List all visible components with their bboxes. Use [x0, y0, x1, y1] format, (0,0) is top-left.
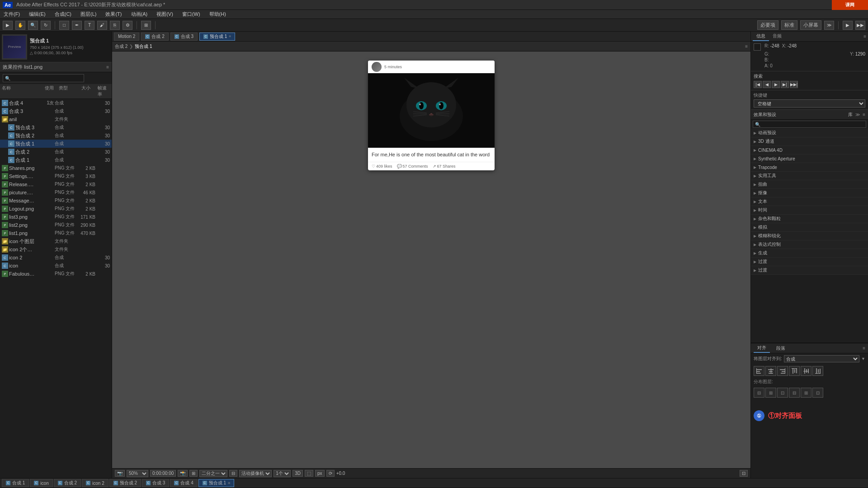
effects-cat-header-1[interactable]: ▶3D 通道	[751, 137, 868, 145]
shortcut-select[interactable]: 空格键	[754, 99, 865, 108]
align-panel-menu[interactable]: ≡	[863, 346, 865, 351]
viewer-3d-btn[interactable]: 3D	[292, 470, 303, 477]
breadcrumb-comp2[interactable]: 合成 2	[115, 43, 127, 50]
preview-play[interactable]: ▶▶	[855, 21, 865, 30]
tl-tab-precomp2[interactable]: C 预合成 2	[109, 479, 141, 487]
menu-edit[interactable]: 编辑(E)	[27, 11, 47, 18]
tool-zoom[interactable]: 🔍	[28, 21, 38, 30]
effects-library-btn[interactable]: 库	[848, 112, 853, 118]
viewer-region-btn[interactable]: ⊟	[229, 470, 237, 477]
effects-cat-header-5[interactable]: ▶实用工具	[751, 172, 868, 180]
project-item-22[interactable]: P Fabulous.png PNG 文件 2 KB	[0, 270, 112, 278]
tl-tab-comp3[interactable]: C 合成 3	[142, 479, 169, 487]
tab-info[interactable]: 信息	[753, 32, 769, 41]
viewer-timecode-btn[interactable]: 0:00:00:00	[150, 470, 176, 477]
tab-paragraph[interactable]: 段落	[773, 344, 789, 352]
project-item-14[interactable]: P Logout.png PNG 文件 2 KB	[0, 205, 112, 213]
align-vcenter-btn[interactable]	[801, 366, 811, 376]
effects-cat-header-13[interactable]: ▶表达式控制	[751, 240, 868, 249]
view-select[interactable]: 1个 2个	[274, 470, 291, 477]
dist-right-btn[interactable]: ⊡	[777, 388, 788, 398]
tab-audio[interactable]: 音频	[769, 32, 785, 41]
comp-tab-comp2[interactable]: C 合成 2	[141, 33, 168, 41]
effects-cat-header-12[interactable]: ▶模糊和锐化	[751, 232, 868, 240]
align-top-btn[interactable]	[789, 366, 800, 376]
preview-last[interactable]: ▶▶|	[790, 81, 798, 88]
tool-text[interactable]: T	[85, 21, 94, 30]
project-item-8[interactable]: C 合成 1 合成 30	[0, 156, 112, 164]
tool-snapping[interactable]: ⊞	[141, 21, 151, 30]
viewer-refresh-btn[interactable]: ⟳	[326, 470, 335, 477]
menu-help[interactable]: 帮助(H)	[208, 11, 228, 18]
tl-tab-comp1[interactable]: C 合成 1	[2, 479, 29, 487]
effects-cat-header-10[interactable]: ▶杂色和颗粒	[751, 215, 868, 223]
effects-cat-header-8[interactable]: ▶文本	[751, 197, 868, 206]
effects-menu-btn[interactable]: ≡	[863, 112, 865, 117]
effects-cat-header-11[interactable]: ▶模拟	[751, 223, 868, 231]
align-to-select[interactable]: 合成	[784, 355, 859, 362]
menu-window[interactable]: 窗口(W)	[180, 11, 202, 18]
tl-tab-comp2[interactable]: C 合成 2	[54, 479, 81, 487]
tool-rect[interactable]: □	[59, 21, 69, 30]
project-item-12[interactable]: P picuture.png PNG 文件 46 KB	[0, 188, 112, 197]
tool-clone[interactable]: ⎘	[110, 21, 120, 30]
menu-view[interactable]: 视图(V)	[155, 11, 175, 18]
effects-cat-header-6[interactable]: ▶扭曲	[751, 180, 868, 188]
menu-layer[interactable]: 图层(L)	[79, 11, 98, 18]
align-hcenter-btn[interactable]	[765, 366, 776, 376]
preview-first[interactable]: |◀	[754, 81, 762, 88]
tool-hand[interactable]: ✋	[15, 21, 25, 30]
menu-animation[interactable]: 动画(A)	[129, 11, 150, 18]
align-to-expand[interactable]: ▼	[861, 357, 865, 361]
tool-pen[interactable]: ✒	[72, 21, 82, 30]
project-item-20[interactable]: C icon 2 合成 30	[0, 253, 112, 262]
menu-composition[interactable]: 合成(C)	[53, 11, 73, 18]
tl-tab-icon2[interactable]: C icon 2	[82, 479, 108, 487]
project-item-6[interactable]: C 预合成 1 合成 30	[0, 140, 112, 148]
effects-cat-header-16[interactable]: ▶过渡	[751, 266, 868, 274]
align-right-btn[interactable]	[777, 366, 788, 376]
tool-select[interactable]: ▶	[3, 21, 13, 30]
align-bottom-btn[interactable]	[812, 366, 823, 376]
preview-play-btn[interactable]: ▶	[772, 81, 780, 88]
viewer-grid-btn[interactable]: ⊞	[189, 470, 198, 477]
tab-align[interactable]: 对齐	[754, 344, 770, 353]
dist-bottom-btn[interactable]: ⊡	[812, 388, 823, 398]
viewer-camera-icon[interactable]: 📸	[178, 470, 188, 477]
menu-file[interactable]: 文件(F)	[2, 11, 22, 18]
comp-tab-motion2[interactable]: Motion 2	[114, 33, 139, 41]
tool-brush[interactable]: 🖌	[97, 21, 107, 30]
viewer-transparency-btn[interactable]: ⬚	[305, 470, 313, 477]
project-item-3[interactable]: 📁 anil 文件夹	[0, 115, 112, 123]
breadcrumb-precomp1[interactable]: 预合成 1	[135, 43, 152, 50]
effects-cat-header-2[interactable]: ▶CINEMA 4D	[751, 146, 868, 154]
effects-cat-header-14[interactable]: ▶生成	[751, 249, 868, 257]
effects-cat-header-15[interactable]: ▶过渡	[751, 258, 868, 266]
effects-search-input[interactable]	[753, 121, 866, 128]
project-item-21[interactable]: C icon 合成 30	[0, 262, 112, 270]
panel-menu-icon[interactable]: ≡	[106, 65, 109, 70]
viewer-pixel-btn[interactable]: px	[315, 470, 325, 477]
project-item-9[interactable]: P Shares.png PNG 文件 2 KB	[0, 164, 112, 172]
tl-tab-precomp1-menu[interactable]: ≡	[228, 481, 230, 485]
project-item-7[interactable]: C 合成 2 合成 30	[0, 148, 112, 156]
project-item-10[interactable]: P Settings.png PNG 文件 3 KB	[0, 172, 112, 180]
dist-left-btn[interactable]: ⊟	[754, 388, 764, 398]
workspace-more[interactable]: ≫	[824, 21, 834, 30]
comp-tab-comp3[interactable]: C 合成 3	[170, 33, 198, 41]
project-item-1[interactable]: C 合成 4 1次 合成 30	[0, 99, 112, 107]
project-item-13[interactable]: P Messages.png PNG 文件 2 KB	[0, 197, 112, 205]
workspace-standard[interactable]: 标准	[781, 20, 797, 30]
effects-cat-header-7[interactable]: ▶抠像	[751, 189, 868, 197]
effects-cat-header-9[interactable]: ▶时间	[751, 206, 868, 214]
effects-cat-header-0[interactable]: ▶动画预设	[751, 129, 868, 137]
effects-more-btn[interactable]: ≫	[855, 112, 860, 117]
project-item-4[interactable]: C 预合成 3 合成 30	[0, 123, 112, 131]
camera-select[interactable]: 活动摄像机	[239, 470, 272, 477]
project-item-16[interactable]: P list2.png PNG 文件 290 KB	[0, 221, 112, 229]
comp-tab-precomp1[interactable]: C 预合成 1 ≡	[199, 33, 235, 41]
zoom-select[interactable]: 50% 100% 25%	[127, 470, 148, 477]
tool-rotate[interactable]: ↻	[41, 21, 51, 30]
tl-tab-icon[interactable]: C icon	[30, 479, 52, 487]
project-item-11[interactable]: P Release.png PNG 文件 2 KB	[0, 180, 112, 188]
